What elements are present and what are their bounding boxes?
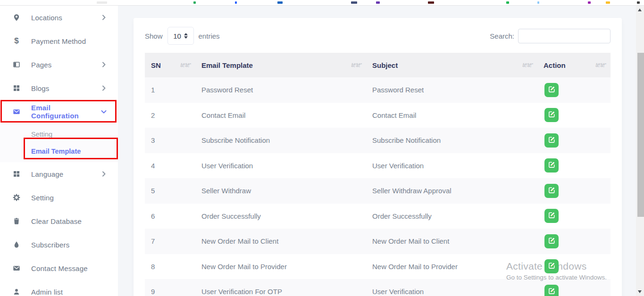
search-control: Search:: [490, 29, 611, 43]
sidebar-item-language[interactable]: Language: [0, 162, 118, 186]
sidebar-item-pages[interactable]: Pages: [0, 53, 118, 76]
sidebar-item-label: Language: [31, 170, 63, 178]
chevron-right-icon: [100, 84, 108, 92]
envelope-icon: [13, 264, 20, 272]
table-row: 9User Verification For OTPUser Verificat…: [145, 279, 611, 296]
cell-subject: Order Successfully: [366, 204, 537, 229]
cell-action: [537, 128, 611, 153]
cell-sn: 1: [145, 77, 195, 103]
sidebar-item-label: Setting: [31, 194, 54, 202]
sort-icon: â†‘â†“: [180, 63, 191, 68]
search-input[interactable]: [518, 29, 611, 43]
sort-icon: â†‘â†“: [522, 63, 533, 68]
search-label: Search:: [490, 32, 514, 40]
sidebar-item-label: Payment Method: [31, 37, 86, 45]
bookmarks-bar: [0, 0, 644, 6]
scrollbar-up-arrow-icon[interactable]: [638, 8, 642, 11]
edit-template-button[interactable]: [544, 133, 559, 148]
edit-icon: [548, 212, 555, 220]
gear-icon: [13, 194, 20, 201]
favicon: [193, 1, 196, 4]
user-icon: [13, 288, 20, 296]
edit-template-button[interactable]: [544, 234, 559, 248]
columns-icon: [13, 61, 20, 68]
cell-sn: 2: [145, 103, 195, 128]
cell-sn: 8: [145, 254, 195, 280]
edit-template-button[interactable]: [544, 184, 559, 198]
scrollbar-down-arrow-icon[interactable]: [638, 290, 642, 293]
favicon: [235, 1, 237, 4]
column-header-email-template[interactable]: Email Templateâ†‘â†“: [195, 53, 366, 77]
favicon: [351, 1, 357, 4]
sidebar-item-label: Locations: [31, 14, 62, 22]
dollar-icon: $: [13, 37, 20, 45]
sidebar-item-payment-method[interactable]: $Payment Method: [0, 29, 118, 53]
edit-template-button[interactable]: [544, 83, 559, 97]
map-marker-icon: [13, 14, 20, 21]
sidebar-item-label: Clear Database: [31, 217, 82, 225]
droplet-icon: [13, 241, 20, 248]
sidebar-item-setting[interactable]: Setting: [0, 186, 118, 209]
edit-template-button[interactable]: [544, 285, 559, 296]
cell-subject: Password Reset: [366, 77, 537, 103]
grid-icon: [13, 170, 20, 178]
cell-subject: Seller Withdraw Approval: [366, 178, 537, 204]
cell-subject: New Order Mail to Provider: [366, 254, 537, 280]
cell-subject: New Order Mail to Client: [366, 229, 537, 254]
favicon: [588, 1, 591, 4]
sidebar-item-clear-database[interactable]: Clear Database: [0, 209, 118, 233]
select-arrows-icon: [184, 33, 188, 39]
cell-action: [537, 229, 611, 254]
table-row: 1Password ResetPassword Reset: [145, 77, 611, 103]
favicon: [376, 1, 380, 4]
sort-icon: â†‘â†“: [351, 63, 361, 68]
cell-email-template: User Verification: [195, 153, 366, 179]
table-row: 5Seller WithdrawSeller Withdraw Approval: [145, 178, 611, 204]
cell-sn: 4: [145, 153, 195, 179]
sidebar-item-contact-message[interactable]: Contact Message: [0, 256, 118, 280]
column-label: Action: [544, 61, 566, 69]
column-header-action[interactable]: Actionâ†‘â†“: [537, 53, 611, 77]
sidebar-item-label: Contact Message: [31, 264, 88, 272]
edit-template-button[interactable]: [544, 209, 559, 223]
column-label: Subject: [372, 61, 398, 69]
sidebar-item-admin-list[interactable]: Admin list: [0, 280, 118, 296]
column-header-subject[interactable]: Subjectâ†‘â†“: [366, 53, 537, 77]
sidebar-item-label: Subscribers: [31, 241, 69, 249]
table-row: 4User VerificationUser Verification: [145, 153, 611, 179]
page-length-control: Show 10 entries: [145, 27, 220, 45]
edit-template-button[interactable]: [544, 158, 559, 173]
page-length-select[interactable]: 10: [167, 27, 194, 45]
scrollbar-thumb[interactable]: [637, 53, 644, 217]
sidebar-item-subscribers[interactable]: Subscribers: [0, 233, 118, 256]
cell-subject: User Verification: [366, 279, 537, 296]
vertical-scrollbar[interactable]: [636, 6, 644, 296]
envelope-icon: [13, 108, 20, 115]
chevron-down-icon: [100, 108, 108, 115]
grid-icon: [13, 84, 20, 92]
sidebar-item-email-configuration[interactable]: Email Configuration: [0, 100, 118, 123]
email-configuration-submenu: SettingEmail Template: [0, 123, 118, 162]
submenu-item-email-template[interactable]: Email Template: [0, 143, 118, 160]
entries-label: entries: [199, 32, 220, 40]
cell-email-template: Seller Withdraw: [195, 178, 366, 204]
table-row: 7New Order Mail to ClientNew Order Mail …: [145, 229, 611, 254]
submenu-item-email-setting[interactable]: Setting: [0, 126, 118, 143]
cell-sn: 9: [145, 279, 195, 296]
page: Locations$Payment MethodPagesBlogsEmail …: [0, 0, 644, 296]
chevron-right-icon: [100, 14, 108, 21]
edit-template-button[interactable]: [544, 259, 559, 273]
edit-template-button[interactable]: [544, 108, 559, 122]
favicon: [637, 1, 640, 4]
column-header-sn[interactable]: SNâ†‘â†“: [145, 53, 195, 77]
sidebar-item-locations[interactable]: Locations: [0, 6, 118, 29]
sidebar-nav: Locations$Payment MethodPagesBlogsEmail …: [0, 6, 118, 296]
edit-icon: [548, 136, 555, 145]
sidebar-item-blogs[interactable]: Blogs: [0, 76, 118, 100]
table-row: 2Contact EmailContact Email: [145, 103, 611, 128]
table-toolbar: Show 10 entries Search:: [145, 27, 611, 45]
cell-email-template: Password Reset: [195, 77, 366, 103]
cell-action: [537, 254, 611, 280]
favicon: [277, 1, 283, 4]
cell-email-template: User Verification For OTP: [195, 279, 366, 296]
